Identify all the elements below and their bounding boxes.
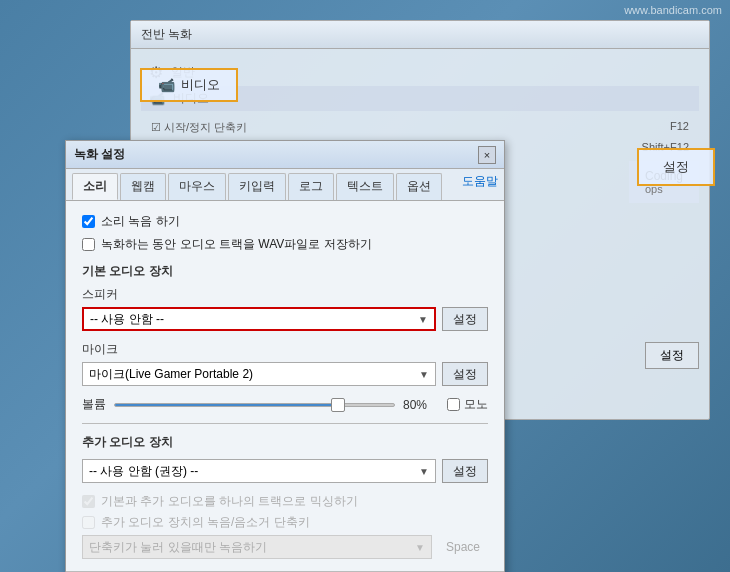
wav-save-row: 녹화하는 동안 오디오 트랙을 WAV파일로 저장하기 bbox=[82, 236, 488, 253]
dialog-title: 녹화 설정 bbox=[74, 146, 125, 163]
tab-bar: 소리 웹캠 마우스 키입력 로그 텍스트 옵션 도움말 bbox=[66, 169, 504, 201]
mic-dropdown-arrow: ▼ bbox=[419, 369, 429, 380]
shortcut-dropdown-arrow: ▼ bbox=[415, 542, 425, 553]
merge-tracks-label: 기본과 추가 오디오를 하나의 트랙으로 믹싱하기 bbox=[101, 493, 358, 510]
extra-audio-section-title: 추가 오디오 장치 bbox=[82, 434, 488, 451]
mic-group: 마이크 마이크(Live Gamer Portable 2) ▼ 설정 bbox=[82, 341, 488, 386]
mono-label: 모노 bbox=[464, 396, 488, 413]
dialog-body: 소리 녹음 하기 녹화하는 동안 오디오 트랙을 WAV파일로 저장하기 기본 … bbox=[66, 201, 504, 571]
tab-options[interactable]: 옵션 bbox=[396, 173, 442, 200]
extra-device-group: -- 사용 안함 (권장) -- ▼ 설정 bbox=[82, 459, 488, 483]
extra-device-select[interactable]: -- 사용 안함 (권장) -- ▼ bbox=[82, 459, 436, 483]
dialog-titlebar: 녹화 설정 × bbox=[66, 141, 504, 169]
speaker-label: 스피커 bbox=[82, 286, 488, 303]
extra-set-button[interactable]: 설정 bbox=[442, 459, 488, 483]
mic-label: 마이크 bbox=[82, 341, 488, 358]
tab-text[interactable]: 텍스트 bbox=[336, 173, 394, 200]
speaker-dropdown-arrow: ▼ bbox=[418, 314, 428, 325]
mono-row: 모노 bbox=[447, 396, 488, 413]
sound-recording-row: 소리 녹음 하기 bbox=[82, 213, 488, 230]
volume-label: 볼륨 bbox=[82, 396, 106, 413]
tab-keyinput[interactable]: 키입력 bbox=[228, 173, 286, 200]
extra-dropdown-arrow: ▼ bbox=[419, 466, 429, 477]
shortcut-select: 단축키가 눌러 있을때만 녹음하기 ▼ bbox=[82, 535, 432, 559]
bg-inner-settings-btn: 설정 bbox=[645, 342, 699, 369]
tab-mouse[interactable]: 마우스 bbox=[168, 173, 226, 200]
help-link[interactable]: 도움말 bbox=[462, 173, 498, 200]
shortcut-row: 단축키가 눌러 있을때만 녹음하기 ▼ Space bbox=[82, 535, 488, 559]
bg-video-button[interactable]: 📹 비디오 bbox=[140, 68, 238, 102]
sound-recording-label: 소리 녹음 하기 bbox=[101, 213, 180, 230]
merge-tracks-row: 기본과 추가 오디오를 하나의 트랙으로 믹싱하기 bbox=[82, 493, 488, 510]
mic-set-button[interactable]: 설정 bbox=[442, 362, 488, 386]
wav-save-label: 녹화하는 동안 오디오 트랙을 WAV파일로 저장하기 bbox=[101, 236, 372, 253]
speaker-row: -- 사용 안함 -- ▼ 설정 bbox=[82, 307, 488, 331]
divider bbox=[82, 423, 488, 424]
bg-settings-button[interactable]: 설정 bbox=[637, 148, 715, 186]
extra-record-row: 추가 오디오 장치의 녹음/음소거 단축키 bbox=[82, 514, 488, 531]
shortcut-key: Space bbox=[438, 540, 488, 554]
tab-sound[interactable]: 소리 bbox=[72, 173, 118, 200]
volume-percentage: 80% bbox=[403, 398, 439, 412]
bg-panel-title: 전반 녹화 bbox=[131, 21, 709, 49]
merge-tracks-checkbox bbox=[82, 495, 95, 508]
speaker-select[interactable]: -- 사용 안함 -- ▼ bbox=[82, 307, 436, 331]
tab-webcam[interactable]: 웹캠 bbox=[120, 173, 166, 200]
watermark: www.bandicam.com bbox=[624, 4, 722, 16]
mic-select[interactable]: 마이크(Live Gamer Portable 2) ▼ bbox=[82, 362, 436, 386]
basic-audio-section-title: 기본 오디오 장치 bbox=[82, 263, 488, 280]
video-icon: 📹 bbox=[158, 77, 175, 93]
volume-slider[interactable] bbox=[114, 403, 395, 407]
volume-thumb[interactable] bbox=[331, 398, 345, 412]
bg-item-1: ☑ 시작/정지 단축키 F12 bbox=[151, 117, 689, 138]
tab-log[interactable]: 로그 bbox=[288, 173, 334, 200]
volume-fill bbox=[115, 404, 338, 406]
extra-record-checkbox bbox=[82, 516, 95, 529]
recording-settings-dialog: 녹화 설정 × 소리 웹캠 마우스 키입력 로그 텍스트 옵션 도움말 소리 녹… bbox=[65, 140, 505, 572]
speaker-group: 스피커 -- 사용 안함 -- ▼ 설정 bbox=[82, 286, 488, 331]
volume-row: 볼륨 80% 모노 bbox=[82, 396, 488, 413]
mono-checkbox[interactable] bbox=[447, 398, 460, 411]
wav-save-checkbox[interactable] bbox=[82, 238, 95, 251]
close-button[interactable]: × bbox=[478, 146, 496, 164]
extra-record-label: 추가 오디오 장치의 녹음/음소거 단축키 bbox=[101, 514, 310, 531]
speaker-set-button[interactable]: 설정 bbox=[442, 307, 488, 331]
mic-row: 마이크(Live Gamer Portable 2) ▼ 설정 bbox=[82, 362, 488, 386]
extra-device-row: -- 사용 안함 (권장) -- ▼ 설정 bbox=[82, 459, 488, 483]
sound-recording-checkbox[interactable] bbox=[82, 215, 95, 228]
